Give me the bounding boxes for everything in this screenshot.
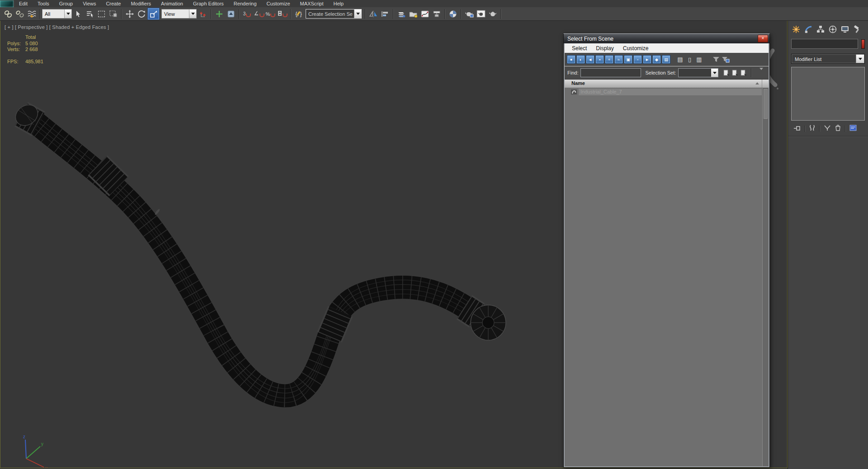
selection-set-dropdown[interactable] [678, 68, 718, 77]
remove-modifier-icon[interactable] [835, 125, 841, 133]
menu-graph-editors[interactable]: Graph Editors [188, 0, 229, 7]
select-and-move-icon[interactable] [124, 8, 135, 19]
make-unique-icon[interactable] [824, 125, 831, 133]
window-crossing-icon[interactable] [108, 8, 119, 19]
object-name-field[interactable] [791, 39, 858, 49]
reference-coordinate-dropdown[interactable]: View [161, 9, 197, 19]
dialog-menu-customize[interactable]: Customize [618, 44, 653, 52]
mirror-icon[interactable] [368, 8, 379, 19]
spinner-snap-icon[interactable] [277, 8, 288, 19]
tab-hierarchy[interactable] [816, 25, 825, 34]
list-column-header[interactable]: Name [565, 80, 769, 88]
menu-group[interactable]: Group [54, 0, 78, 7]
select-and-link-icon[interactable] [2, 8, 14, 19]
list-view-icon[interactable]: ▤ [676, 55, 684, 64]
display-spacewarps-icon[interactable]: ≈ [614, 55, 623, 64]
pin-stack-icon[interactable] [793, 125, 801, 133]
dialog-find-row: Find: Selection Set: [565, 66, 769, 80]
configure-modifier-sets-icon[interactable] [849, 125, 857, 133]
rectangular-selection-region-icon[interactable] [96, 8, 107, 19]
display-helpers-icon[interactable]: + [605, 55, 613, 64]
display-xrefs-icon[interactable]: ▫ [633, 55, 642, 64]
find-input[interactable] [580, 68, 641, 77]
tab-modify[interactable] [804, 25, 813, 34]
list-scrollbar[interactable] [762, 88, 769, 466]
snap-toggle-3d-icon[interactable]: 3 [241, 8, 253, 19]
menu-edit[interactable]: Edit [14, 0, 33, 7]
expand-options-icon[interactable] [760, 70, 763, 75]
chevron-down-icon[interactable] [856, 54, 864, 63]
select-and-manipulate-icon[interactable] [213, 8, 225, 19]
render-production-icon[interactable] [487, 8, 498, 19]
schematic-view-icon[interactable] [431, 8, 442, 19]
app-logo-button[interactable] [0, 0, 14, 7]
menu-rendering[interactable]: Rendering [229, 0, 262, 7]
object-color-swatch[interactable] [861, 39, 865, 49]
chevron-down-icon[interactable] [354, 9, 361, 18]
use-pivot-center-icon[interactable] [197, 8, 208, 19]
header-corner-cell [762, 80, 769, 88]
rendered-frame-window-icon[interactable] [475, 8, 486, 19]
object-name[interactable]: Industrial_Cable_7 [579, 89, 762, 95]
curve-editor-icon[interactable] [419, 8, 430, 19]
named-selection-sets-dropdown[interactable]: Create Selection Se [306, 9, 362, 19]
scene-object-list[interactable]: Industrial_Cable_7 [565, 88, 769, 466]
close-icon[interactable]: × [758, 35, 768, 42]
advanced-filter-icon[interactable] [721, 55, 730, 64]
display-groups-icon[interactable]: ▣ [624, 55, 632, 64]
selection-filter-dropdown[interactable]: All [42, 9, 72, 19]
chevron-down-icon[interactable] [711, 69, 718, 77]
chevron-down-icon[interactable] [189, 9, 196, 18]
menu-help[interactable]: Help [329, 0, 349, 7]
tab-create[interactable] [792, 25, 801, 34]
percent-snap-icon[interactable]: % [265, 8, 276, 19]
bind-to-spacewarp-icon[interactable] [26, 8, 37, 19]
display-bones-icon[interactable]: ► [643, 55, 651, 64]
menu-maxscript[interactable]: MAXScript [295, 0, 329, 7]
menu-customize[interactable]: Customize [262, 0, 295, 7]
layer-manager-icon[interactable] [396, 8, 407, 19]
scrollbar-thumb[interactable] [764, 89, 768, 119]
keyboard-override-icon[interactable] [225, 8, 236, 19]
display-cameras-icon[interactable]: ▪ [595, 55, 604, 64]
subtract-from-selection-set-icon[interactable] [740, 69, 748, 77]
tab-utilities[interactable] [853, 25, 862, 34]
material-editor-icon[interactable] [447, 8, 458, 19]
select-and-scale-icon[interactable] [147, 8, 160, 20]
add-to-selection-set-icon[interactable] [731, 69, 740, 77]
dialog-title-bar[interactable]: Select From Scene × [564, 34, 769, 44]
display-lights-icon[interactable]: ◄ [586, 55, 594, 64]
display-assemblies-icon[interactable]: ▤ [662, 55, 670, 64]
select-and-rotate-icon[interactable] [136, 8, 147, 19]
menu-animation[interactable]: Animation [156, 0, 188, 7]
unlink-selection-icon[interactable] [14, 8, 25, 19]
select-object-icon[interactable] [72, 8, 84, 19]
column-name-header[interactable]: Name [565, 80, 762, 88]
modifier-list-dropdown[interactable]: Modifier List [791, 54, 865, 64]
scene-explorer-toggle-icon[interactable] [407, 8, 419, 19]
menu-modifiers[interactable]: Modifiers [126, 0, 156, 7]
detail-view-icon[interactable]: ▥ [695, 55, 703, 64]
column-view-icon[interactable]: ▯ [685, 55, 694, 64]
tab-motion[interactable] [828, 25, 837, 34]
dialog-menu-display[interactable]: Display [591, 44, 618, 52]
select-by-name-icon[interactable] [84, 8, 95, 19]
display-shapes-icon[interactable]: ◐ [576, 55, 585, 64]
angle-snap-icon[interactable] [253, 8, 264, 19]
display-containers-icon[interactable]: ◆ [652, 55, 661, 64]
show-end-result-icon[interactable] [809, 125, 815, 133]
create-selection-set-icon[interactable] [722, 69, 731, 77]
filter-funnel-icon[interactable] [712, 55, 720, 64]
menu-create[interactable]: Create [101, 0, 126, 7]
render-setup-icon[interactable] [463, 8, 475, 19]
tab-display[interactable] [840, 25, 849, 34]
dialog-menu-select[interactable]: Select [567, 44, 591, 52]
list-item[interactable]: Industrial_Cable_7 [565, 88, 769, 96]
display-geometry-icon[interactable]: ● [567, 55, 576, 64]
menu-tools[interactable]: Tools [33, 0, 54, 7]
chevron-down-icon[interactable] [64, 9, 71, 18]
align-icon[interactable] [379, 8, 391, 19]
edit-named-selections-icon[interactable]: { } [293, 8, 304, 19]
modifier-stack-box[interactable] [791, 67, 865, 121]
menu-views[interactable]: Views [78, 0, 101, 7]
